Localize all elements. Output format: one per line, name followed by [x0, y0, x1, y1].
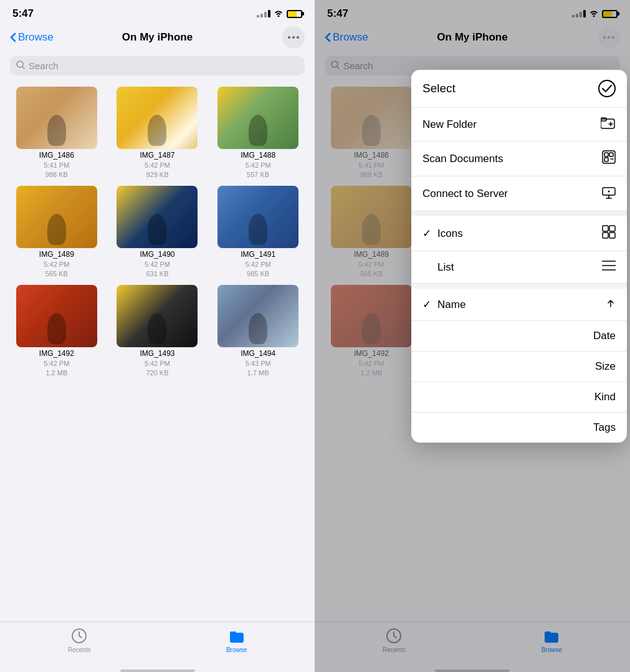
svg-line-4	[22, 67, 24, 69]
signal-icon	[257, 10, 270, 17]
file-name: IMG_1487	[140, 151, 174, 160]
svg-point-1	[292, 36, 295, 39]
menu-divider-1	[411, 211, 627, 216]
svg-point-32	[608, 191, 610, 193]
right-phone-panel: 5:47 Browse O	[315, 0, 630, 672]
file-name: IMG_1493	[140, 349, 174, 358]
left-nav-bar: Browse On My iPhone	[0, 24, 315, 54]
icons-menu-item[interactable]: ✓ Icons	[411, 216, 627, 251]
file-size: 1.7 MB	[247, 369, 269, 377]
file-thumbnail	[117, 186, 198, 248]
list-view-icon	[602, 260, 616, 274]
file-time: 5:42 PM	[44, 360, 69, 367]
battery-icon	[287, 10, 302, 18]
name-sort-icon	[606, 297, 616, 312]
file-size: 985 KB	[247, 270, 269, 277]
svg-point-0	[288, 36, 290, 39]
recents-tab-label: Recents	[68, 646, 91, 653]
tab-recents[interactable]: Recents	[68, 627, 91, 653]
file-name: IMG_1486	[39, 151, 74, 160]
file-time: 5:41 PM	[44, 161, 69, 169]
file-name: IMG_1491	[241, 250, 275, 259]
size-menu-item[interactable]: Size	[411, 352, 627, 382]
tags-menu-item[interactable]: Tags	[411, 413, 627, 443]
file-time: 5:42 PM	[246, 261, 271, 268]
svg-line-7	[79, 636, 82, 638]
file-size: 988 KB	[45, 171, 68, 178]
svg-rect-26	[609, 153, 613, 156]
file-name: IMG_1492	[39, 349, 74, 358]
scan-documents-label: Scan Documents	[422, 153, 503, 165]
menu-divider-2	[411, 284, 627, 289]
list-item[interactable]: IMG_1490 5:42 PM 631 KB	[111, 186, 204, 277]
file-size: 929 KB	[146, 171, 168, 178]
left-search-input[interactable]: Search	[10, 56, 305, 75]
date-label: Date	[593, 330, 616, 342]
file-time: 5:42 PM	[44, 261, 69, 268]
icons-label: Icons	[437, 228, 602, 240]
svg-rect-27	[604, 158, 608, 161]
svg-rect-34	[609, 226, 615, 231]
file-thumbnail	[16, 285, 97, 347]
svg-rect-36	[609, 233, 615, 238]
left-search-placeholder: Search	[29, 60, 59, 71]
file-time: 5:43 PM	[246, 360, 271, 367]
file-thumbnail	[117, 87, 198, 149]
connect-server-label: Connect to Server	[422, 188, 508, 200]
list-item[interactable]: IMG_1492 5:42 PM 1.2 MB	[10, 285, 103, 377]
tab-browse[interactable]: Browse	[226, 627, 247, 653]
browse-tab-label: Browse	[226, 646, 247, 653]
file-size: 631 KB	[146, 270, 168, 277]
left-search-bar: Search	[0, 54, 315, 80]
grid-view-icon	[602, 225, 616, 242]
file-name: IMG_1490	[140, 250, 174, 259]
left-more-button[interactable]	[282, 26, 305, 49]
file-size: 720 KB	[146, 369, 168, 377]
list-item[interactable]: IMG_1494 5:43 PM 1.7 MB	[211, 285, 305, 377]
file-time: 5:42 PM	[246, 161, 271, 169]
svg-rect-33	[603, 226, 608, 231]
svg-rect-35	[603, 233, 608, 238]
file-thumbnail	[217, 87, 298, 149]
list-menu-item[interactable]: List	[411, 251, 627, 284]
list-item[interactable]: IMG_1488 5:42 PM 557 KB	[211, 87, 305, 178]
left-more-action[interactable]	[282, 26, 305, 49]
list-item[interactable]: IMG_1486 5:41 PM 988 KB	[10, 87, 103, 178]
file-thumbnail	[217, 285, 298, 347]
size-label: Size	[595, 360, 616, 373]
kind-menu-item[interactable]: Kind	[411, 382, 627, 413]
left-file-grid: IMG_1486 5:41 PM 988 KB IMG_1487 5:42 PM…	[0, 80, 315, 622]
connect-server-menu-item[interactable]: Connect to Server	[411, 176, 627, 211]
name-label: Name	[437, 299, 606, 311]
select-menu-item[interactable]: Select	[411, 70, 627, 107]
icons-check-icon: ✓	[422, 227, 431, 240]
left-search-icon	[16, 60, 25, 71]
scan-documents-menu-item[interactable]: Scan Documents	[411, 142, 627, 176]
list-item[interactable]: IMG_1489 5:42 PM 565 KB	[10, 186, 103, 277]
wifi-icon	[274, 9, 284, 19]
kind-label: Kind	[594, 391, 616, 403]
file-thumbnail	[16, 186, 97, 248]
new-folder-icon	[601, 117, 616, 132]
dropdown-menu: Select New Folder Scan Documents Connect…	[411, 70, 627, 443]
file-thumbnail	[117, 285, 198, 347]
list-item[interactable]: IMG_1487 5:42 PM 929 KB	[111, 87, 204, 178]
name-menu-item[interactable]: ✓ Name	[411, 289, 627, 321]
left-status-bar: 5:47	[0, 0, 315, 24]
file-time: 5:42 PM	[145, 360, 170, 367]
list-item[interactable]: IMG_1491 5:42 PM 985 KB	[211, 186, 305, 277]
left-status-icons	[257, 9, 302, 19]
list-item[interactable]: IMG_1493 5:42 PM 720 KB	[111, 285, 204, 377]
file-time: 5:42 PM	[145, 261, 170, 268]
file-size: 1.2 MB	[45, 369, 67, 377]
select-label: Select	[422, 82, 456, 95]
svg-rect-25	[604, 153, 608, 156]
left-back-button[interactable]: Browse	[10, 31, 54, 44]
recents-icon	[70, 627, 88, 645]
browse-icon	[228, 627, 246, 645]
date-menu-item[interactable]: Date	[411, 321, 627, 352]
scan-documents-icon	[602, 150, 616, 167]
left-back-label: Browse	[18, 31, 54, 44]
new-folder-menu-item[interactable]: New Folder	[411, 108, 627, 142]
name-check-icon: ✓	[422, 298, 431, 311]
